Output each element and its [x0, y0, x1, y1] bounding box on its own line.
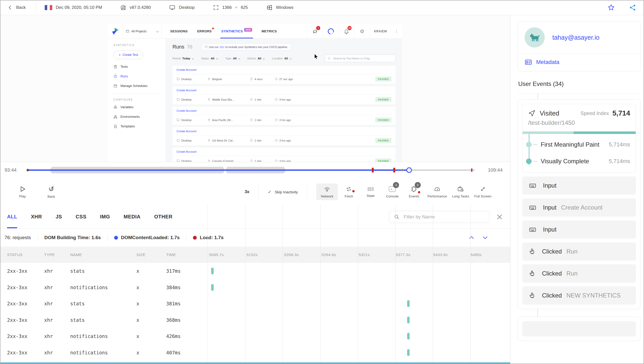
tab-synthetics: SYNTHETICSNEW: [221, 24, 252, 38]
request-row[interactable]: 2xx-3xxxhrnotificationsx407ms: [0, 345, 510, 361]
device-type: Desktop: [179, 5, 194, 10]
network-tab-js[interactable]: JS: [56, 205, 62, 228]
performance-panel-button[interactable]: Performance: [425, 184, 449, 200]
network-tab-media[interactable]: MEDIA: [124, 205, 141, 228]
runs-page-title: Runs: [172, 44, 184, 50]
fullscreen-icon: [479, 186, 486, 193]
col-time: TIME: [166, 253, 176, 257]
state-panel-button[interactable]: State: [360, 184, 381, 200]
settings-button: ⚙: [354, 24, 370, 38]
request-row[interactable]: 2xx-3xxxhrstatsx368ms: [0, 312, 510, 328]
user-menu: KRAIEM: [370, 24, 391, 38]
id-card-icon: [525, 58, 532, 66]
visited-metrics: First Meaningful Paint 5,714ms Visually …: [523, 134, 636, 172]
kebab-icon: ⋮: [394, 29, 399, 34]
favorite-star-icon[interactable]: [607, 4, 615, 11]
playback-speed-button[interactable]: 3x: [245, 189, 250, 194]
request-row[interactable]: 2xx-3xxxhrstatsx381ms: [0, 295, 510, 312]
back-button[interactable]: Back: [8, 5, 26, 10]
network-filter-input[interactable]: [403, 214, 485, 220]
event-item[interactable]: [522, 321, 636, 336]
request-row[interactable]: 2xx-3xxxhrnotificationsx426ms: [0, 328, 510, 345]
divider: [259, 183, 259, 201]
visited-progress-bar: [523, 131, 636, 134]
request-row[interactable]: 2xx-3xxxhrnotificationsx384ms: [0, 279, 510, 296]
new-badge: NEW: [244, 28, 252, 32]
network-tab-other[interactable]: OTHER: [154, 205, 172, 228]
network-filter-input-wrap: [389, 211, 489, 223]
run-title: Create Account: [172, 107, 395, 115]
user-card: tahay@asayer.io Metadata: [518, 21, 640, 71]
sitemap-icon: [113, 115, 117, 119]
waterfall-bar: [407, 333, 410, 340]
full-screen-button[interactable]: Full Screen: [472, 184, 494, 200]
events-count-badge: 6: [415, 182, 421, 188]
divider: [107, 234, 108, 241]
announcements-button: 1: [307, 24, 323, 38]
bottom-progress-bar: [0, 362, 510, 364]
network-panel-button[interactable]: Network: [316, 184, 338, 200]
event-item-click[interactable]: ClickedRun: [522, 242, 636, 261]
time-tick: 5264.6s: [321, 253, 336, 257]
network-tab-all[interactable]: ALL: [7, 205, 17, 228]
close-panel-icon[interactable]: [496, 213, 503, 220]
monitor-icon: [177, 77, 180, 81]
share-icon[interactable]: [629, 4, 636, 11]
play-button[interactable]: Play: [12, 184, 33, 200]
timeline-end-time: 109:44: [488, 167, 503, 173]
fetch-panel-button[interactable]: Fetch: [338, 184, 360, 200]
time-tick: 5377.3s: [396, 253, 410, 257]
tab-metrics: METRICS: [262, 24, 277, 38]
events-panel-button[interactable]: 6 Events: [403, 184, 425, 200]
event-item-input[interactable]: Input: [522, 176, 636, 195]
network-tab-css[interactable]: CSS: [76, 205, 87, 228]
status-badge: PASSED: [375, 77, 391, 81]
session-date: Dec 09, 2020, 05:10 PM: [56, 5, 102, 10]
speed-index-label: Speed Index: [581, 110, 609, 116]
duration-icon: [250, 139, 253, 142]
col-size: SIZE: [136, 253, 145, 257]
runs-count: 76: [187, 44, 192, 50]
timeline-track[interactable]: [27, 162, 475, 178]
playhead-handle[interactable]: [406, 167, 412, 173]
console-panel-button[interactable]: >_ 4 Console: [381, 184, 403, 200]
skip-inactivity-toggle[interactable]: ✓ Skip Inactivity: [268, 189, 298, 195]
speedometer-icon: [433, 186, 441, 193]
play-icon: [19, 186, 26, 193]
os-name: Windows: [276, 5, 293, 10]
run-card: Create Account Desktop US West (N. Cal..…: [172, 127, 395, 145]
network-panel: ALL XHR JS CSS IMG MEDIA OTHER 76: reque…: [0, 205, 510, 364]
dcl-marker-dot: [114, 236, 118, 240]
errors-notification-dot: [212, 28, 214, 29]
runs-filter-row: PeriodToday StatusAll TypeAll DeviceAll …: [172, 55, 395, 62]
duration-icon: [250, 77, 253, 81]
event-item-click[interactable]: ClickedNEW SYNTHETICS: [522, 286, 636, 305]
run-title: Create Account: [172, 148, 395, 156]
collapse-up-icon[interactable]: [468, 234, 475, 241]
replayed-app-header: All Projects SESSIONS ERRORS SYNTHETICSN…: [108, 24, 402, 39]
visited-event-card[interactable]: Visited Speed Index 5,714 /test-builder/…: [522, 104, 636, 173]
run-title: Create Account: [172, 86, 395, 95]
metadata-button[interactable]: Metadata: [518, 53, 640, 71]
network-stats-row: 76: requests DOM Building Time: 1.6s DOM…: [0, 229, 510, 247]
browser-group: v87.0.4280: [120, 5, 151, 11]
network-tab-xhr[interactable]: XHR: [31, 205, 42, 228]
duration-icon: [250, 159, 253, 162]
metric-row: Visually Complete 5,714ms: [527, 158, 630, 165]
event-item-click[interactable]: ClickedRun: [522, 264, 636, 283]
test-search-input-wrap: [325, 55, 395, 62]
notifications-button: 33: [338, 24, 354, 38]
test-search-input: [333, 57, 393, 60]
event-item-input[interactable]: InputCreate Account: [522, 198, 636, 217]
event-item-input[interactable]: Input: [522, 220, 636, 239]
expand-down-icon[interactable]: [481, 234, 489, 241]
pointer-hand-icon: [528, 292, 536, 299]
monitor-icon: [177, 98, 180, 101]
network-wifi-icon: [323, 186, 331, 193]
request-row[interactable]: 2xx-3xxxhrstatsx317ms: [0, 263, 510, 279]
long-tasks-panel-button[interactable]: Long Tasks: [450, 184, 472, 200]
more-menu: ⋮: [391, 24, 402, 38]
load-time: Load: 1.7s: [193, 235, 224, 240]
back-10-button[interactable]: ↺10 Back: [40, 183, 62, 200]
network-tab-img[interactable]: IMG: [100, 205, 110, 228]
